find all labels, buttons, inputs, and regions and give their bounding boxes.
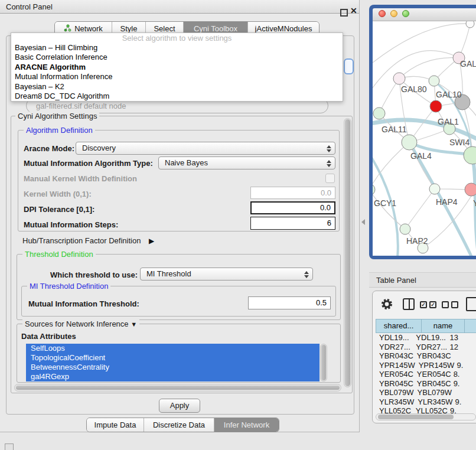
mi-steps-field[interactable]: 6 (250, 217, 335, 230)
node-unlabeled-top[interactable] (466, 21, 474, 28)
new-table-icon[interactable] (466, 297, 476, 311)
table-row[interactable]: YBR043C YBR043C (376, 351, 476, 361)
tab-impute-data[interactable]: Impute Data (87, 418, 144, 432)
node-gcy1[interactable] (373, 184, 375, 195)
spinner-arrows-icon (326, 159, 331, 168)
network-window-titlebar[interactable] (373, 8, 476, 21)
cell: YER054C (376, 370, 413, 379)
mi-threshold-label: Mutual Information Threshold: (28, 299, 139, 308)
splitpane-handle-icon[interactable] (361, 219, 365, 225)
aracne-mode-combobox[interactable]: Discovery (76, 142, 335, 155)
spinner-arrows-icon (304, 270, 308, 279)
tab-select-label: Select (154, 24, 175, 33)
data-attributes-list: SelfLoops TopologicalCoefficient Between… (26, 344, 328, 381)
cell: YDL19... (376, 333, 412, 343)
hub-transcription-factor-expander[interactable]: Hub/Transcription Factor Definition ▶ (22, 236, 154, 245)
network-canvas[interactable]: GAL GAL80 GAL10 GAL1 GAL11 SWI4 GAL4 GCY… (373, 21, 476, 256)
close-icon[interactable]: ✕ (350, 6, 360, 17)
mac-close-icon[interactable] (379, 10, 386, 17)
select-all-checkbox-icon[interactable]: ✓ (420, 301, 427, 308)
mac-minimize-icon[interactable] (390, 10, 397, 17)
dropdown-item[interactable]: Basic Correlation Inference (11, 53, 343, 62)
apply-button[interactable]: Apply (159, 399, 200, 413)
dropdown-item[interactable]: Bayesian – K2 (11, 82, 343, 92)
table-row[interactable]: YLR345W YLR345W 9. (376, 397, 476, 407)
which-threshold-value: MI Threshold (146, 269, 191, 278)
node-hap2[interactable] (400, 224, 410, 234)
node-label: GAL80 (401, 84, 427, 94)
attributes-list-scrollbar[interactable] (320, 344, 327, 381)
hub-transcription-factor-label: Hub/Transcription Factor Definition (22, 236, 141, 245)
table-row[interactable]: YER054C YER054C 8. (376, 370, 476, 379)
mi-algorithm-type-value: Naive Bayes (165, 158, 208, 167)
table-row[interactable]: YDR27... YDR27... 12 (376, 343, 476, 352)
list-item[interactable]: gal4RGexp (26, 372, 319, 381)
cell (451, 351, 476, 361)
column-header-partial[interactable] (464, 319, 476, 333)
node-salmon[interactable] (465, 183, 476, 196)
mi-algorithm-type-combobox[interactable]: Naive Bayes (158, 156, 335, 169)
cell: YBR045C (413, 379, 451, 389)
list-item[interactable]: SelfLoops (26, 344, 319, 353)
column-layout-icon[interactable] (403, 298, 415, 310)
node-gal80[interactable] (393, 73, 405, 84)
node-gal10[interactable] (429, 76, 439, 86)
control-panel-titlebar: Control Panel (0, 0, 359, 14)
node-gal11[interactable] (373, 107, 385, 119)
column-header-name[interactable]: name (421, 319, 465, 333)
node-gal4[interactable] (402, 135, 417, 150)
dropdown-item-selected[interactable]: ARACNE Algorithm (11, 63, 343, 72)
node-table: YDL19... YDL19... 13 YDR27... YDR27... 1… (376, 333, 476, 415)
panel-restore-icon[interactable] (5, 444, 14, 450)
cell: 9. (454, 361, 476, 370)
settings-vertical-scrollbar[interactable] (344, 118, 351, 387)
tab-infer-network-label: Infer Network (224, 420, 269, 429)
sources-title[interactable]: Sources for Network Inference ▼ (22, 319, 139, 328)
table-row[interactable]: YBL079W YBL079W (376, 388, 476, 397)
list-item[interactable]: TopologicalCoefficient (26, 353, 319, 363)
algorithm-definition-title: Algorithm Definition (24, 126, 95, 135)
list-item[interactable]: BetweennessCentrality (26, 363, 319, 372)
mac-zoom-icon[interactable] (402, 10, 409, 17)
deselect-all-checkbox-icon[interactable] (451, 301, 458, 308)
cell: YDR27... (412, 343, 447, 352)
tab-infer-network[interactable]: Infer Network (214, 418, 279, 432)
table-row[interactable]: YPR145W YPR145W 9. (376, 361, 476, 370)
table-row[interactable]: YBR045C YBR045C 9. (376, 379, 476, 389)
cell: YBR043C (413, 351, 451, 361)
manual-kernel-width-checkbox[interactable] (325, 174, 335, 183)
node-swi4[interactable] (464, 146, 476, 164)
table-horizontal-scrollbar[interactable] (376, 413, 476, 420)
tab-network-label: Network (74, 24, 103, 33)
tab-discretize-data[interactable]: Discretize Data (144, 418, 214, 432)
cell: 9. (453, 397, 476, 407)
select-all-checkbox-icon[interactable]: ✓ (429, 301, 436, 308)
float-window-icon[interactable] (340, 9, 348, 17)
kernel-width-field[interactable]: 0.0 (250, 187, 335, 199)
kernel-width-label: Kernel Width (0,1): (24, 190, 92, 198)
cell: 9. (451, 379, 476, 389)
node-label: GAL1 (438, 117, 459, 126)
tab-style-label: Style (120, 24, 138, 33)
settings-horizontal-scrollbar[interactable] (14, 384, 341, 392)
dpi-tolerance-field[interactable]: 0.0 (250, 201, 335, 214)
cell: YER054C (413, 370, 451, 379)
mi-threshold-field[interactable]: 0.5 (248, 296, 331, 309)
dropdown-item[interactable]: Bayesian – Hill Climbing (11, 43, 343, 53)
node-hap4[interactable] (429, 184, 440, 194)
node-label: HAP4 (436, 197, 458, 207)
focused-combobox-fragment[interactable] (344, 58, 354, 74)
column-header-shared-name[interactable]: shared... (376, 319, 422, 333)
cell: YDR27... (376, 343, 412, 352)
deselect-all-checkbox-icon[interactable] (442, 301, 449, 308)
manual-kernel-width-label: Manual Kernel Width Definition (24, 174, 137, 183)
dropdown-item[interactable]: Dream8 DC_TDC Algorithm (11, 92, 343, 101)
tab-jactivemnodules-label: jActiveMNodules (255, 24, 312, 33)
table-row[interactable]: YDL19... YDL19... 13 (376, 333, 476, 343)
which-threshold-combobox[interactable]: MI Threshold (140, 268, 313, 281)
dropdown-item[interactable]: Mutual Information Inference (11, 72, 343, 81)
node-selected-red[interactable] (430, 100, 442, 112)
sources-title-label: Sources for Network Inference (25, 319, 129, 328)
table-settings-gear-icon[interactable] (381, 298, 393, 310)
cell: YLR345W (376, 397, 414, 407)
